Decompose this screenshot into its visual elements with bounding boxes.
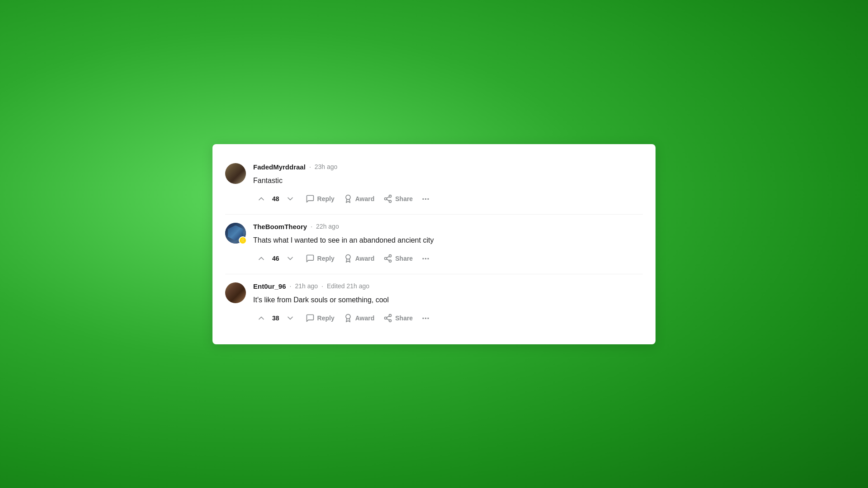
avatar (225, 282, 246, 303)
comment-actions: 38 Reply (253, 311, 643, 325)
dot-separator: · (311, 223, 312, 230)
share-label: Share (395, 314, 413, 322)
svg-line-4 (387, 199, 389, 201)
comment-header: FadedMyrddraal · 23h ago (253, 163, 643, 171)
award-icon (344, 194, 353, 203)
vote-section: 38 (253, 311, 298, 325)
share-button[interactable]: Share (380, 311, 416, 325)
more-options-button[interactable]: ··· (418, 251, 433, 266)
comment-item: Ent0ur_96 · 21h ago · Edited 21h ago It'… (225, 274, 643, 333)
avatar-container: ⭐ (225, 223, 246, 244)
award-badge: ⭐ (239, 236, 247, 244)
comment-text: It's like from Dark souls or something, … (253, 295, 643, 305)
upvote-button[interactable] (253, 251, 269, 266)
username: Ent0ur_96 (253, 282, 286, 290)
award-button[interactable]: Award (340, 311, 378, 325)
reply-icon (306, 314, 315, 323)
award-button[interactable]: Award (340, 192, 378, 206)
comment-card: FadedMyrddraal · 23h ago Fantastic 48 (212, 144, 656, 344)
downvote-button[interactable] (282, 192, 298, 206)
reply-icon (306, 194, 315, 203)
more-dots: ··· (422, 314, 429, 323)
reply-icon (306, 254, 315, 263)
vote-count: 48 (272, 195, 279, 202)
award-label: Award (355, 255, 375, 262)
award-label: Award (355, 195, 375, 202)
more-dots: ··· (422, 194, 429, 203)
reply-button[interactable]: Reply (302, 311, 338, 325)
share-button[interactable]: Share (380, 251, 416, 266)
reply-label: Reply (317, 255, 335, 262)
downvote-icon (286, 314, 295, 323)
comment-text: Fantastic (253, 175, 643, 186)
upvote-button[interactable] (253, 311, 269, 325)
svg-line-5 (387, 197, 389, 198)
comment-header: Ent0ur_96 · 21h ago · Edited 21h ago (253, 282, 643, 290)
dot-separator-2: · (321, 282, 323, 290)
vote-count: 38 (272, 314, 279, 322)
share-label: Share (395, 255, 413, 262)
comment-item: ⭐ TheBoomTheory · 22h ago Thats what I w… (225, 215, 643, 274)
award-icon (344, 314, 353, 323)
more-options-button[interactable]: ··· (418, 311, 433, 325)
comment-item: FadedMyrddraal · 23h ago Fantastic 48 (225, 155, 643, 215)
comment-header: TheBoomTheory · 22h ago (253, 223, 643, 230)
svg-line-17 (387, 316, 389, 317)
edited-tag: Edited 21h ago (327, 282, 369, 290)
svg-line-16 (387, 319, 389, 320)
avatar (225, 163, 246, 184)
reply-button[interactable]: Reply (302, 192, 338, 206)
share-label: Share (395, 195, 413, 202)
username: FadedMyrddraal (253, 163, 306, 171)
comment-body: TheBoomTheory · 22h ago Thats what I wan… (253, 223, 643, 266)
share-icon (383, 254, 392, 263)
downvote-icon (286, 194, 295, 203)
comment-body: FadedMyrddraal · 23h ago Fantastic 48 (253, 163, 643, 206)
downvote-icon (286, 254, 295, 263)
upvote-icon (257, 194, 266, 203)
dot-separator: · (290, 282, 292, 290)
comment-text: Thats what I wanted to see in an abandon… (253, 235, 643, 246)
vote-section: 48 (253, 192, 298, 206)
timestamp: 21h ago (295, 282, 318, 290)
upvote-icon (257, 254, 266, 263)
comment-actions: 46 Reply (253, 251, 643, 266)
more-options-button[interactable]: ··· (418, 192, 433, 206)
timestamp: 22h ago (316, 223, 339, 230)
award-label: Award (355, 314, 375, 322)
dot-separator: · (309, 163, 311, 170)
more-dots: ··· (422, 254, 429, 263)
upvote-icon (257, 314, 266, 323)
comment-body: Ent0ur_96 · 21h ago · Edited 21h ago It'… (253, 282, 643, 325)
share-icon (383, 314, 392, 323)
svg-line-11 (387, 256, 389, 258)
vote-section: 46 (253, 251, 298, 266)
reply-label: Reply (317, 314, 335, 322)
comment-actions: 48 Reply (253, 192, 643, 206)
username: TheBoomTheory (253, 223, 307, 230)
reply-label: Reply (317, 195, 335, 202)
vote-count: 46 (272, 255, 279, 262)
reply-button[interactable]: Reply (302, 251, 338, 266)
upvote-button[interactable] (253, 192, 269, 206)
downvote-button[interactable] (282, 311, 298, 325)
award-button[interactable]: Award (340, 251, 378, 266)
timestamp: 23h ago (315, 163, 338, 170)
share-icon (383, 194, 392, 203)
share-button[interactable]: Share (380, 192, 416, 206)
award-icon (344, 254, 353, 263)
svg-line-10 (387, 259, 389, 260)
downvote-button[interactable] (282, 251, 298, 266)
